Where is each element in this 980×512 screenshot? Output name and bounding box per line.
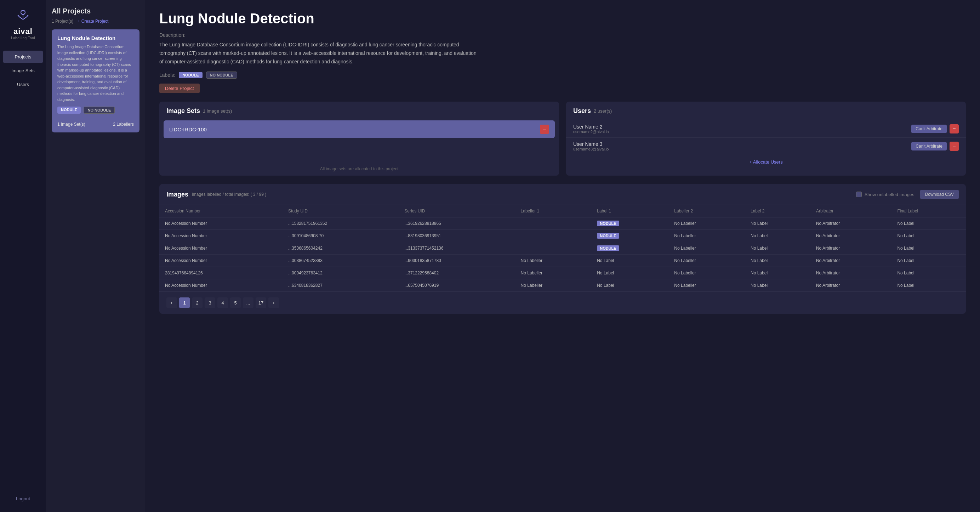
cell-accession-4: 2819497684894126 bbox=[159, 267, 283, 279]
cell-label1-2: NODULE bbox=[591, 242, 668, 254]
cell-label2-3: No Label bbox=[745, 254, 810, 267]
logo-sub: Labelling Tool bbox=[11, 36, 35, 40]
project-labellers-count: 2 Labellers bbox=[113, 122, 134, 127]
users-header: Users 2 user(s) bbox=[566, 102, 966, 120]
page-btn-4[interactable]: 4 bbox=[217, 297, 228, 308]
cell-final-label-0: No Label bbox=[891, 218, 966, 230]
show-unlabelled-label: Show unlabelled images bbox=[865, 192, 915, 197]
svg-line-5 bbox=[27, 15, 28, 17]
user-remove-button-1[interactable]: − bbox=[950, 142, 959, 151]
cell-accession-1: No Accession Number bbox=[159, 230, 283, 242]
cell-label1-5: No Label bbox=[591, 279, 668, 292]
page-btn-2[interactable]: 2 bbox=[192, 297, 202, 308]
download-csv-button[interactable]: Download CSV bbox=[920, 190, 959, 199]
description-text: The Lung Image Database Consortium image… bbox=[159, 41, 478, 66]
sidebar-item-users[interactable]: Users bbox=[3, 78, 43, 91]
cell-labeller2-4: No Labeller bbox=[668, 267, 745, 279]
projects-panel-title: All Projects bbox=[52, 7, 140, 15]
cell-arbitrator-0: No Arbitrator bbox=[810, 218, 891, 230]
user-remove-button-0[interactable]: − bbox=[950, 124, 959, 134]
logout-button[interactable]: Logout bbox=[10, 493, 36, 505]
user-row-1: User Name 3 username3@aival.io Can't Arb… bbox=[566, 138, 966, 155]
col-arbitrator: Arbitrator bbox=[810, 205, 891, 218]
next-page-button[interactable]: › bbox=[268, 297, 279, 308]
cell-label1-3: No Label bbox=[591, 254, 668, 267]
cell-label2-4: No Label bbox=[745, 267, 810, 279]
show-unlabelled-checkbox[interactable] bbox=[856, 192, 862, 197]
sidebar-item-image-sets[interactable]: Image Sets bbox=[3, 64, 43, 77]
page-btn-17[interactable]: 17 bbox=[256, 297, 266, 308]
images-section: Images images labelled / total Images: (… bbox=[159, 184, 966, 314]
images-table: Accession Number Study UID Series UID La… bbox=[159, 205, 966, 292]
cell-labeller2-1: No Labeller bbox=[668, 230, 745, 242]
cell-arbitrator-4: No Arbitrator bbox=[810, 267, 891, 279]
prev-page-button[interactable]: ‹ bbox=[166, 297, 177, 308]
project-card-footer: 1 Image Set(s) 2 Labellers bbox=[57, 118, 134, 127]
svg-line-4 bbox=[18, 15, 19, 17]
cell-labeller1-1 bbox=[515, 230, 592, 242]
labels-label: Labels: bbox=[159, 72, 175, 78]
cell-labeller2-5: No Labeller bbox=[668, 279, 745, 292]
label-badge-nodule: NODULE bbox=[57, 107, 81, 114]
cell-study-uid-5: ...6340818362827 bbox=[283, 279, 399, 292]
image-sets-count: 1 image set(s) bbox=[203, 108, 232, 114]
cell-label1-0: NODULE bbox=[591, 218, 668, 230]
delete-project-button[interactable]: Delete Project bbox=[159, 84, 200, 93]
sidebar-item-projects[interactable]: Projects bbox=[3, 51, 43, 63]
cell-final-label-2: No Label bbox=[891, 242, 966, 254]
col-labeller2: Labeller 2 bbox=[668, 205, 745, 218]
cell-arbitrator-1: No Arbitrator bbox=[810, 230, 891, 242]
users-count: 2 user(s) bbox=[594, 108, 612, 114]
table-row-2: No Accession Number ...3506865604242 ...… bbox=[159, 242, 966, 254]
user-name-0: User Name 2 bbox=[573, 124, 609, 130]
user-name-1: User Name 3 bbox=[573, 141, 609, 147]
project-image-sets-count: 1 Image Set(s) bbox=[57, 122, 85, 127]
pagination: ‹ 1 2 3 4 5 ... 17 › bbox=[159, 292, 966, 314]
projects-count: 1 Project(s) bbox=[52, 19, 73, 24]
col-series-uid: Series UID bbox=[399, 205, 515, 218]
cell-accession-0: No Accession Number bbox=[159, 218, 283, 230]
page-btn-ellipsis: ... bbox=[243, 297, 253, 308]
image-set-remove-button[interactable]: − bbox=[540, 125, 549, 134]
cell-study-uid-1: ...30910486908 70 bbox=[283, 230, 399, 242]
content-area: Lung Nodule Detection Description: The L… bbox=[145, 0, 980, 512]
col-labeller1: Labeller 1 bbox=[515, 205, 592, 218]
cell-labeller2-0: No Labeller bbox=[668, 218, 745, 230]
page-btn-1[interactable]: 1 bbox=[179, 297, 190, 308]
image-set-footer: All image sets are allocated to this pro… bbox=[159, 162, 559, 176]
logo-text: aival bbox=[13, 27, 33, 36]
allocate-users-link[interactable]: + Allocate Users bbox=[566, 155, 966, 169]
cell-labeller2-3: No Labeller bbox=[668, 254, 745, 267]
col-final-label: Final Label bbox=[891, 205, 966, 218]
cell-labeller1-5: No Labeller bbox=[515, 279, 592, 292]
table-row-3: No Accession Number ...0038674523383 ...… bbox=[159, 254, 966, 267]
cell-arbitrator-2: No Arbitrator bbox=[810, 242, 891, 254]
cell-label1-4: No Label bbox=[591, 267, 668, 279]
sidebar: aival Labelling Tool Projects Image Sets… bbox=[0, 0, 46, 512]
user-info-1: User Name 3 username3@aival.io bbox=[573, 141, 609, 151]
two-col-section: Image Sets 1 image set(s) LIDC-IRDC-100 … bbox=[159, 102, 966, 176]
cell-label2-0: No Label bbox=[745, 218, 810, 230]
images-count: images labelled / total Images: ( 3 / 99… bbox=[192, 192, 266, 197]
sidebar-nav: Projects Image Sets Users bbox=[0, 51, 46, 91]
create-project-link[interactable]: + Create Project bbox=[78, 19, 108, 24]
col-accession: Accession Number bbox=[159, 205, 283, 218]
user-row-0: User Name 2 username2@aival.io Can't Arb… bbox=[566, 120, 966, 138]
cell-series-uid-0: ...36192628818865 bbox=[399, 218, 515, 230]
table-row-5: No Accession Number ...6340818362827 ...… bbox=[159, 279, 966, 292]
logo-area: aival Labelling Tool bbox=[11, 7, 35, 40]
cant-arbitrate-button-0[interactable]: Can't Arbitrate bbox=[911, 125, 947, 133]
main-label-nodule: NODULE bbox=[179, 72, 202, 78]
page-btn-3[interactable]: 3 bbox=[205, 297, 215, 308]
cell-final-label-3: No Label bbox=[891, 254, 966, 267]
cell-series-uid-1: ...83198036913951 bbox=[399, 230, 515, 242]
main-area: All Projects 1 Project(s) + Create Proje… bbox=[46, 0, 980, 512]
page-btn-5[interactable]: 5 bbox=[230, 297, 241, 308]
cant-arbitrate-button-1[interactable]: Can't Arbitrate bbox=[911, 142, 947, 151]
user-email-1: username3@aival.io bbox=[573, 147, 609, 151]
image-set-name: LIDC-IRDC-100 bbox=[169, 126, 207, 132]
svg-line-3 bbox=[23, 17, 27, 19]
cell-series-uid-4: ...3712229588402 bbox=[399, 267, 515, 279]
show-unlabelled-area: Show unlabelled images bbox=[856, 192, 915, 197]
project-card[interactable]: Lung Nodule Detection The Lung Image Dat… bbox=[52, 29, 140, 132]
